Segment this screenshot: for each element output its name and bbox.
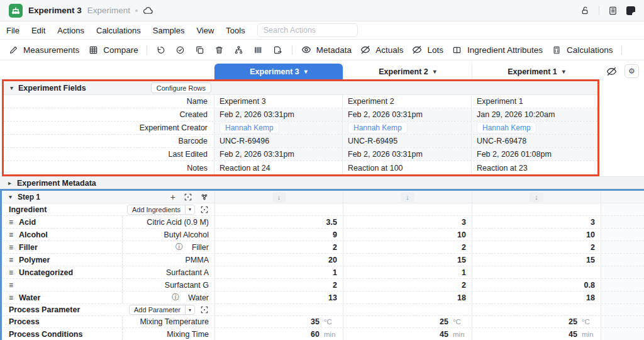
chevron-down-icon[interactable]: ▾ — [10, 84, 13, 91]
arrow-down-icon[interactable]: ↓ — [401, 192, 414, 202]
focus-icon[interactable] — [201, 306, 208, 314]
menu-actions[interactable]: Actions — [57, 26, 84, 35]
ingredient-name[interactable]: Butyl Alcohol — [122, 229, 214, 241]
notes-cell-exp3[interactable]: Reaction at 24 — [214, 161, 342, 174]
value-cell[interactable]: 18 — [343, 292, 472, 303]
menu-samples[interactable]: Samples — [153, 26, 185, 35]
value-cell[interactable]: 13 — [214, 292, 343, 303]
notes-cell-exp2[interactable]: Reaction at 100 — [342, 161, 471, 174]
target-check-icon[interactable] — [175, 44, 186, 55]
value-cell[interactable]: 1 — [343, 266, 472, 278]
drag-handle-icon[interactable]: ≡ — [9, 256, 13, 264]
drag-handle-icon[interactable]: ≡ — [9, 268, 13, 277]
export-icon[interactable] — [272, 44, 284, 55]
chevron-down-icon[interactable]: ▾ — [185, 305, 194, 314]
focus-icon[interactable] — [201, 206, 208, 213]
ingredient-name[interactable]: Citric Acid (0.9 M) — [122, 216, 214, 228]
value-cell[interactable]: 45 — [343, 330, 448, 339]
tab-experiment-1[interactable]: Experiment 1 ▾ — [472, 64, 601, 79]
cluster-icon[interactable] — [201, 193, 208, 201]
info-icon[interactable]: ⓘ — [172, 292, 179, 303]
calculations-button[interactable]: Calculations — [551, 44, 613, 55]
chevron-down-icon[interactable]: ▾ — [304, 68, 308, 75]
value-cell[interactable]: 60 — [215, 330, 319, 339]
search-actions-input[interactable] — [257, 23, 358, 37]
drag-handle-icon[interactable]: ≡ — [9, 243, 13, 252]
ingredient-attributes-button[interactable]: Ingredient Attributes — [452, 44, 543, 55]
name-cell-exp1[interactable]: Experiment 1 — [471, 95, 597, 108]
menu-calculations[interactable]: Calculations — [96, 26, 141, 35]
value-cell[interactable]: 10 — [472, 229, 601, 241]
fill-down-exp3[interactable]: ↓ — [214, 191, 343, 203]
add-ingredients-button[interactable]: Add Ingredients ▾ — [127, 205, 195, 215]
fill-down-exp2[interactable]: ↓ — [343, 191, 472, 203]
hierarchy-icon[interactable] — [233, 44, 245, 55]
ingredient-name[interactable]: Surfactant A — [122, 266, 214, 278]
value-cell[interactable]: 2 — [214, 279, 343, 291]
menu-view[interactable]: View — [196, 26, 214, 35]
barcode-icon[interactable] — [253, 44, 264, 55]
chevron-down-icon[interactable]: ▾ — [433, 68, 436, 75]
value-cell[interactable]: 3.5 — [214, 216, 343, 228]
measurements-button[interactable]: Measurements — [8, 44, 79, 55]
value-cell[interactable]: 15 — [343, 254, 472, 266]
notes-panel-icon[interactable] — [626, 6, 635, 15]
arrow-down-icon[interactable]: ↓ — [272, 192, 286, 202]
drag-handle-icon[interactable]: ≡ — [9, 218, 13, 227]
undo-icon[interactable] — [155, 44, 167, 55]
value-cell[interactable]: 45 — [472, 330, 577, 339]
ingredient-name[interactable]: Water — [188, 293, 209, 302]
eye-slash-icon[interactable] — [606, 67, 617, 76]
add-step-icon[interactable]: + — [170, 193, 175, 201]
ingredient-name[interactable]: Filler — [192, 243, 209, 252]
value-cell[interactable]: 1 — [214, 266, 343, 278]
add-parameter-button[interactable]: Add Parameter ▾ — [129, 305, 195, 315]
drag-handle-icon[interactable]: ≡ — [9, 293, 13, 302]
tab-experiment-2[interactable]: Experiment 2 ▾ — [343, 64, 472, 79]
menu-tools[interactable]: Tools — [226, 26, 245, 35]
gear-icon[interactable]: ⚙ — [625, 64, 639, 78]
value-cell[interactable]: 2 — [343, 279, 472, 291]
ingredient-name[interactable]: Surfactant G — [122, 279, 214, 291]
user-chip[interactable]: Hannah Kemp — [477, 122, 536, 133]
chevron-down-icon[interactable]: ▾ — [185, 205, 194, 214]
tab-experiment-3[interactable]: Experiment 3 ▾ — [214, 64, 343, 79]
notes-cell-exp1[interactable]: Reaction at 23 — [471, 161, 597, 174]
value-cell[interactable]: 2 — [214, 241, 343, 253]
value-cell[interactable]: 20 — [214, 254, 343, 266]
compare-button[interactable]: Compare — [87, 44, 138, 55]
value-cell[interactable]: 2 — [343, 241, 472, 253]
value-cell[interactable]: 3 — [472, 216, 601, 228]
metadata-toggle[interactable]: Metadata — [301, 44, 352, 55]
value-cell[interactable]: 9 — [214, 229, 343, 241]
experiment-metadata-section[interactable]: ▸ Experiment Metadata — [0, 176, 644, 189]
value-cell[interactable]: 0.8 — [472, 279, 601, 291]
trash-icon[interactable] — [214, 44, 225, 55]
lots-toggle[interactable]: Lots — [411, 44, 443, 55]
value-cell[interactable]: 18 — [472, 292, 601, 303]
value-cell[interactable] — [472, 266, 601, 278]
focus-icon[interactable] — [184, 193, 192, 201]
drag-handle-icon[interactable]: ≡ — [9, 281, 13, 290]
parameter-name[interactable]: Mixing Time — [122, 328, 214, 340]
ingredient-name[interactable]: PMMA — [122, 254, 214, 266]
value-cell[interactable]: 10 — [343, 229, 472, 241]
chevron-down-icon[interactable]: ▾ — [9, 193, 12, 200]
menu-edit[interactable]: Edit — [31, 26, 45, 35]
chevron-down-icon[interactable]: ▾ — [562, 68, 565, 75]
chevron-right-icon[interactable]: ▸ — [8, 179, 11, 186]
value-cell[interactable]: 25 — [472, 317, 577, 326]
user-chip[interactable]: Hannah Kemp — [219, 122, 279, 133]
actuals-toggle[interactable]: Actuals — [360, 44, 403, 55]
value-cell[interactable]: 25 — [343, 317, 448, 326]
value-cell[interactable]: 15 — [472, 254, 601, 266]
info-icon[interactable]: ⓘ — [175, 242, 183, 252]
arrow-down-icon[interactable]: ↓ — [530, 192, 543, 202]
user-chip[interactable]: Hannah Kemp — [348, 122, 408, 133]
value-cell[interactable]: 2 — [472, 241, 601, 253]
value-cell[interactable]: 3 — [343, 216, 472, 228]
fill-down-exp1[interactable]: ↓ — [472, 191, 601, 203]
value-cell[interactable]: 35 — [215, 317, 319, 326]
notebook-icon[interactable] — [608, 6, 618, 16]
parameter-name[interactable]: Mixing Temperature — [122, 316, 214, 327]
